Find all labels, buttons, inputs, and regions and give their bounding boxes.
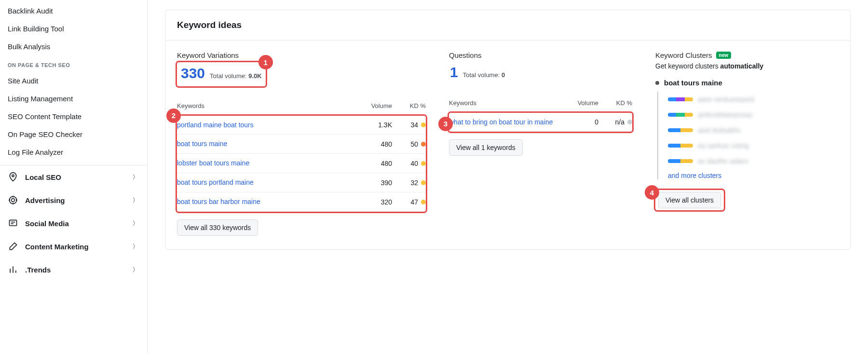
- variations-table-head: Keywords Volume KD %: [177, 97, 426, 116]
- annotation-box-3: 3 what to bring on boat tour in maine0n/…: [449, 113, 632, 132]
- annotation-box-4: 4 View all clusters: [655, 190, 724, 210]
- sidebar-item-label: Local SEO: [25, 173, 61, 181]
- col-keywords: Keywords: [449, 99, 565, 108]
- keyword-kd: 32: [392, 179, 426, 187]
- cluster-item[interactable]: aeex senkuesaxed: [668, 92, 839, 107]
- chevron-right-icon: 〉: [133, 266, 138, 274]
- col-kd: KD %: [392, 102, 426, 109]
- cluster-label-blurred: qmknsklwieqroxac: [698, 111, 753, 119]
- sidebar-item[interactable]: Listing Management: [0, 90, 147, 108]
- keyword-volume: 1.3K: [358, 121, 392, 129]
- table-row: boat tours bar harbor maine32047: [177, 192, 426, 212]
- chevron-right-icon: 〉: [133, 196, 138, 204]
- keyword-ideas-panel: Keyword ideas Keyword Variations 1 330 T…: [165, 10, 851, 250]
- cluster-list: aeex senkuesaxedqmknsklwieqroxacawd dsds…: [657, 92, 839, 179]
- sidebar-item-icon: [8, 218, 18, 228]
- sidebar-item[interactable]: Link Building Tool: [0, 20, 147, 38]
- sidebar-item[interactable]: Backlink Audit: [0, 2, 147, 20]
- variations-table: Keywords Volume KD % 2 portland maine bo…: [177, 97, 426, 212]
- col-keywords: Keywords: [177, 102, 358, 110]
- keyword-link[interactable]: boat tours bar harbor maine: [177, 197, 358, 206]
- cluster-bar-icon: [668, 128, 693, 132]
- sidebar-section-onpage: ON PAGE & TECH SEO: [0, 55, 147, 72]
- keyword-variations-column: Keyword Variations 1 330 Total volume: 9…: [177, 51, 426, 236]
- cluster-label-blurred: as dauthe salacx: [698, 157, 748, 165]
- sidebar-collapse-item[interactable]: Social Media〉: [0, 212, 147, 235]
- annotation-badge-4: 4: [645, 185, 659, 200]
- sidebar-item-icon: [8, 172, 18, 182]
- col-volume: Volume: [358, 102, 392, 109]
- variations-count[interactable]: 330: [181, 65, 205, 81]
- cluster-item[interactable]: eq xankue cxbng: [668, 138, 839, 153]
- variations-total-volume: Total volume: 9.0K: [210, 72, 262, 80]
- sidebar-item-label: .Trends: [25, 266, 51, 274]
- cluster-item[interactable]: as dauthe salacx: [668, 153, 839, 169]
- table-row: lobster boat tours maine48040: [177, 154, 426, 173]
- questions-count[interactable]: 1: [450, 64, 458, 81]
- sidebar-item[interactable]: Bulk Analysis: [0, 38, 147, 55]
- cluster-label-blurred: awd dsdsakhs: [698, 126, 741, 134]
- sidebar-item[interactable]: Log File Analyzer: [0, 143, 147, 161]
- cluster-label-blurred: aeex senkuesaxed: [698, 95, 754, 103]
- keyword-kd: 47: [392, 198, 426, 206]
- view-all-clusters-button[interactable]: View all clusters: [658, 192, 721, 208]
- kd-dot-icon: [421, 161, 426, 166]
- sidebar-item-label: Advertising: [25, 196, 65, 204]
- keyword-link[interactable]: what to bring on boat tour in maine: [449, 118, 565, 127]
- keyword-kd: 34: [392, 121, 426, 129]
- clusters-subtitle: Get keyword clusters automatically: [655, 62, 839, 70]
- cluster-bar-icon: [668, 144, 693, 148]
- svg-point-1: [10, 197, 17, 204]
- cluster-bar-icon: [668, 113, 693, 117]
- cluster-root[interactable]: boat tours maine: [655, 79, 839, 87]
- table-row: what to bring on boat tour in maine0n/a: [449, 113, 632, 132]
- view-all-questions-button[interactable]: View all 1 keywords: [449, 139, 523, 156]
- table-row: boat tours portland maine39032: [177, 173, 426, 192]
- keyword-link[interactable]: lobster boat tours maine: [177, 159, 358, 168]
- chevron-right-icon: 〉: [133, 219, 138, 228]
- more-clusters-link[interactable]: and more clusters: [668, 169, 839, 179]
- clusters-title: Keyword Clusters new: [655, 51, 839, 59]
- sidebar-item[interactable]: SEO Content Template: [0, 108, 147, 125]
- svg-rect-7: [10, 220, 17, 226]
- cluster-label-blurred: eq xankue cxbng: [698, 142, 749, 149]
- keyword-link[interactable]: boat tours maine: [177, 139, 358, 149]
- cluster-bar-icon: [668, 97, 693, 101]
- cluster-item[interactable]: qmknsklwieqroxac: [668, 107, 839, 122]
- variations-title: Keyword Variations: [177, 51, 426, 59]
- annotation-badge-2: 2: [166, 109, 181, 123]
- keyword-link[interactable]: boat tours portland maine: [177, 178, 358, 187]
- keyword-kd: 50: [392, 140, 426, 148]
- keyword-volume: 320: [358, 198, 392, 206]
- keyword-volume: 390: [358, 179, 392, 187]
- chevron-right-icon: 〉: [133, 173, 138, 181]
- kd-dot-icon: [421, 122, 426, 127]
- sidebar-item-icon: [8, 242, 18, 251]
- sidebar-collapse-item[interactable]: .Trends〉: [0, 258, 147, 281]
- table-row: portland maine boat tours1.3K34: [177, 116, 426, 135]
- clusters-column: Keyword Clusters new Get keyword cluster…: [655, 51, 839, 210]
- keyword-volume: 0: [565, 118, 598, 126]
- keyword-link[interactable]: portland maine boat tours: [177, 121, 358, 130]
- sidebar-item[interactable]: On Page SEO Checker: [0, 125, 147, 143]
- kd-dot-icon: [421, 142, 426, 147]
- new-badge: new: [716, 52, 731, 59]
- cluster-item[interactable]: awd dsdsakhs: [668, 122, 839, 138]
- questions-table-head: Keywords Volume KD %: [449, 94, 632, 113]
- sidebar-collapse-item[interactable]: Content Marketing〉: [0, 235, 147, 258]
- keyword-volume: 480: [358, 160, 392, 167]
- sidebar-collapse-item[interactable]: Advertising〉: [0, 189, 147, 212]
- kd-dot-icon: [421, 200, 426, 204]
- keyword-kd: n/a: [598, 118, 632, 126]
- kd-dot-icon: [421, 180, 426, 185]
- svg-point-2: [12, 199, 15, 202]
- col-kd: KD %: [598, 99, 632, 107]
- kd-dot-icon: [627, 120, 632, 124]
- sidebar-item[interactable]: Site Audit: [0, 72, 147, 90]
- sidebar-item-label: Social Media: [25, 219, 69, 228]
- view-all-variations-button[interactable]: View all 330 keywords: [177, 219, 258, 236]
- panel-title: Keyword ideas: [165, 10, 850, 41]
- annotation-badge-1: 1: [258, 55, 273, 69]
- sidebar-collapse-item[interactable]: Local SEO〉: [0, 165, 147, 189]
- questions-title: Questions: [449, 51, 632, 59]
